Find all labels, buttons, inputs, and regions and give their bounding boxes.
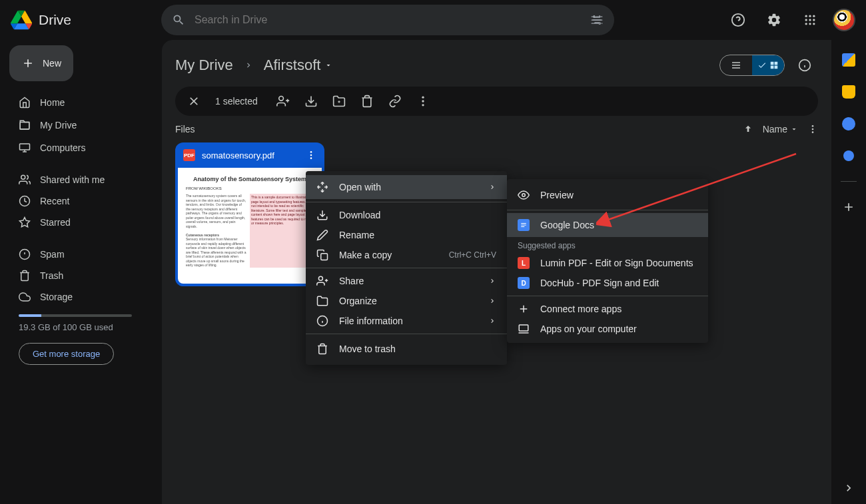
breadcrumb: My Drive Afirstsoft bbox=[175, 52, 818, 79]
calendar-icon[interactable] bbox=[842, 53, 855, 67]
svg-point-22 bbox=[279, 97, 284, 101]
svg-point-14 bbox=[21, 175, 25, 179]
menu-share[interactable]: Share bbox=[306, 271, 507, 291]
list-view-button[interactable] bbox=[720, 55, 752, 75]
move-icon[interactable] bbox=[332, 95, 346, 108]
svg-point-28 bbox=[812, 131, 814, 133]
breadcrumb-current[interactable]: Afirstsoft bbox=[264, 57, 333, 74]
open-with-icon bbox=[316, 181, 328, 193]
header: Drive bbox=[0, 0, 866, 40]
settings-button[interactable] bbox=[761, 7, 787, 33]
search-options-icon[interactable] bbox=[590, 13, 604, 27]
trash-icon[interactable] bbox=[360, 95, 374, 108]
sort-direction-icon[interactable] bbox=[743, 124, 753, 134]
svg-point-11 bbox=[813, 23, 815, 25]
chevron-right-icon bbox=[488, 297, 496, 305]
sort-dropdown-icon bbox=[790, 125, 798, 133]
file-more-icon[interactable] bbox=[306, 150, 316, 160]
svg-point-6 bbox=[805, 19, 807, 21]
svg-rect-12 bbox=[20, 123, 29, 130]
info-button[interactable] bbox=[791, 52, 818, 79]
submenu-preview[interactable]: Preview bbox=[507, 183, 708, 207]
laptop-icon bbox=[518, 323, 530, 335]
submenu-computer[interactable]: Apps on your computer bbox=[507, 319, 708, 339]
keep-icon[interactable] bbox=[842, 85, 855, 99]
suggested-label: Suggested apps bbox=[507, 237, 708, 253]
new-button[interactable]: New bbox=[9, 45, 73, 81]
submenu-google-docs[interactable]: Google Docs bbox=[507, 213, 708, 237]
apps-button[interactable] bbox=[797, 7, 823, 33]
more-icon[interactable] bbox=[416, 95, 430, 108]
collapse-panel-icon[interactable] bbox=[842, 481, 855, 495]
share-icon bbox=[316, 275, 328, 287]
docs-icon bbox=[518, 219, 530, 231]
link-icon[interactable] bbox=[388, 95, 402, 108]
menu-rename[interactable]: Rename bbox=[306, 225, 507, 245]
submenu-lumin[interactable]: LLumin PDF - Edit or Sign Documents bbox=[507, 253, 708, 273]
download-icon[interactable] bbox=[304, 95, 318, 108]
rename-icon bbox=[316, 229, 328, 241]
file-thumbnail: Anatomy of the Somatosensory System FROM… bbox=[175, 168, 324, 286]
app-name: Drive bbox=[39, 12, 71, 28]
menu-file-info[interactable]: File information bbox=[306, 311, 507, 331]
header-actions bbox=[725, 7, 855, 33]
file-name: somatosensory.pdf bbox=[202, 150, 274, 160]
menu-download[interactable]: Download bbox=[306, 205, 507, 225]
nav-my-drive[interactable]: My Drive bbox=[9, 115, 153, 136]
nav-starred[interactable]: Starred bbox=[9, 212, 153, 233]
get-storage-button[interactable]: Get more storage bbox=[19, 343, 114, 365]
menu-trash[interactable]: Move to trash bbox=[306, 337, 507, 361]
logo-area[interactable]: Drive bbox=[11, 9, 151, 31]
add-panel-icon[interactable] bbox=[842, 200, 855, 214]
svg-point-29 bbox=[310, 151, 312, 153]
trash-icon bbox=[316, 343, 328, 355]
sort-label[interactable]: Name bbox=[763, 124, 798, 134]
share-person-icon[interactable] bbox=[276, 95, 290, 108]
files-header: Files Name bbox=[175, 124, 818, 134]
search-icon bbox=[172, 13, 185, 27]
view-toggle[interactable] bbox=[719, 55, 785, 76]
nav-computers[interactable]: Computers bbox=[9, 137, 153, 158]
nav-spam[interactable]: Spam bbox=[9, 244, 153, 265]
svg-point-8 bbox=[813, 19, 815, 21]
file-card[interactable]: PDF somatosensory.pdf Anatomy of the Som… bbox=[175, 142, 324, 286]
submenu-dochub[interactable]: DDocHub - PDF Sign and Edit bbox=[507, 273, 708, 293]
svg-rect-19 bbox=[771, 66, 774, 69]
help-button[interactable] bbox=[725, 7, 751, 33]
svg-rect-32 bbox=[321, 254, 328, 260]
nav-home[interactable]: Home bbox=[9, 92, 153, 113]
grid-view-button[interactable] bbox=[752, 55, 784, 75]
files-heading: Files bbox=[175, 124, 195, 134]
contacts-icon[interactable] bbox=[842, 149, 855, 162]
nav-shared[interactable]: Shared with me bbox=[9, 169, 153, 190]
svg-point-30 bbox=[310, 154, 312, 156]
svg-point-10 bbox=[809, 23, 811, 25]
nav-recent[interactable]: Recent bbox=[9, 190, 153, 212]
svg-point-3 bbox=[805, 15, 807, 17]
selection-count: 1 selected bbox=[215, 96, 258, 107]
files-more-icon[interactable] bbox=[807, 124, 818, 134]
nav-trash[interactable]: Trash bbox=[9, 265, 153, 286]
svg-point-4 bbox=[809, 15, 811, 17]
svg-point-33 bbox=[318, 276, 322, 280]
submenu-connect[interactable]: Connect more apps bbox=[507, 299, 708, 319]
svg-point-27 bbox=[812, 128, 814, 130]
search-input[interactable] bbox=[195, 14, 581, 26]
lumin-icon: L bbox=[518, 257, 530, 269]
menu-copy[interactable]: Make a copyCtrl+C Ctrl+V bbox=[306, 245, 507, 265]
tasks-icon[interactable] bbox=[842, 117, 855, 130]
breadcrumb-root[interactable]: My Drive bbox=[175, 57, 233, 74]
info-icon bbox=[316, 315, 328, 327]
svg-point-25 bbox=[422, 104, 424, 106]
selection-toolbar: 1 selected bbox=[175, 87, 818, 116]
search-bar[interactable] bbox=[161, 5, 614, 35]
account-avatar[interactable] bbox=[833, 9, 855, 31]
close-selection-icon[interactable] bbox=[187, 95, 201, 108]
chevron-right-icon bbox=[488, 183, 496, 191]
menu-open-with[interactable]: Open with bbox=[306, 175, 507, 199]
organize-icon bbox=[316, 295, 328, 307]
pdf-icon: PDF bbox=[183, 149, 195, 161]
menu-organize[interactable]: Organize bbox=[306, 291, 507, 311]
nav-storage[interactable]: Storage bbox=[9, 286, 153, 308]
open-with-submenu: Preview Google Docs Suggested apps LLumi… bbox=[507, 179, 708, 343]
